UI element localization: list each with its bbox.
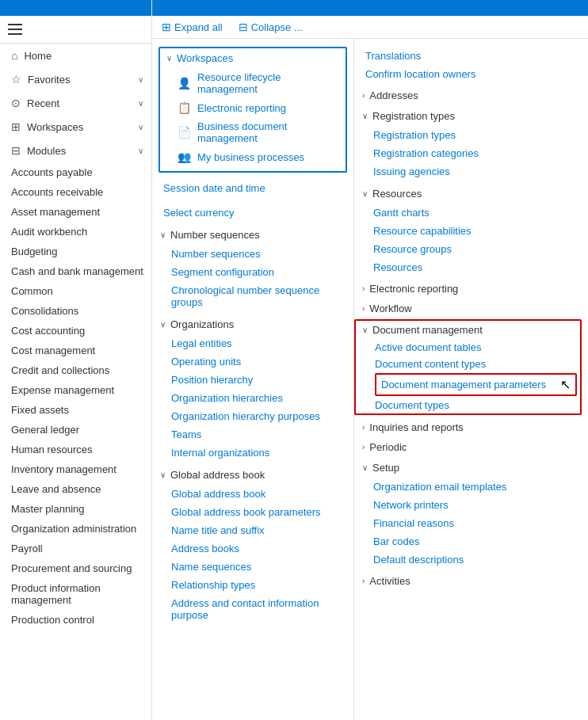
module-cash-bank[interactable]: Cash and bank management: [0, 261, 151, 281]
name-title-suffix-link[interactable]: Name title and suffix: [171, 521, 353, 539]
expand-icon: ⊞: [162, 21, 171, 33]
module-budgeting[interactable]: Budgeting: [0, 242, 151, 261]
teams-link[interactable]: Teams: [171, 425, 353, 444]
workspace-resource-lifecycle[interactable]: 👤 Resource lifecycle management: [173, 68, 346, 98]
module-procurement[interactable]: Procurement and sourcing: [0, 558, 151, 578]
module-cost-management[interactable]: Cost management: [0, 341, 151, 360]
operating-units-link[interactable]: Operating units: [171, 352, 353, 371]
select-currency-link[interactable]: Select currency: [163, 204, 342, 222]
financial-reasons-link[interactable]: Financial reasons: [373, 514, 588, 532]
document-management-header[interactable]: ∨ Document management: [356, 321, 580, 339]
periodic-header[interactable]: › Periodic: [354, 438, 588, 456]
address-books-link[interactable]: Address books: [171, 539, 353, 558]
sidebar-header: [0, 16, 151, 44]
module-payroll[interactable]: Payroll: [0, 539, 151, 558]
addresses-header[interactable]: › Addresses: [354, 86, 588, 105]
sidebar-item-recent[interactable]: ⊙ Recent ∨: [0, 91, 151, 115]
relationship-types-link[interactable]: Relationship types: [171, 576, 353, 594]
sidebar-item-workspaces[interactable]: ⊞ Workspaces ∨: [0, 115, 151, 139]
module-common[interactable]: Common: [0, 281, 151, 301]
reg-categories-link[interactable]: Registration categories: [373, 144, 588, 162]
module-human-resources[interactable]: Human resources: [0, 440, 151, 459]
internal-orgs-link[interactable]: Internal organizations: [171, 444, 353, 462]
segment-config-link[interactable]: Segment configuration: [171, 263, 353, 281]
workspace-electronic-reporting[interactable]: 📋 Electronic reporting: [173, 98, 346, 117]
module-expense-management[interactable]: Expense management: [0, 380, 151, 400]
electronic-reporting-section: › Electronic reporting: [354, 280, 588, 298]
organizations-items: Legal entities Operating units Position …: [152, 334, 353, 462]
module-product-info[interactable]: Product information management: [0, 578, 151, 610]
network-printers-link[interactable]: Network printers: [373, 496, 588, 514]
section-title: Setup: [372, 462, 399, 474]
module-consolidations[interactable]: Consolidations: [0, 301, 151, 321]
module-cost-accounting[interactable]: Cost accounting: [0, 321, 151, 341]
org-hierarchies-link[interactable]: Organization hierarchies: [171, 389, 353, 407]
chevron-down-icon: ∨: [138, 99, 143, 108]
registration-types-header[interactable]: ∨ Registration types: [354, 106, 588, 126]
organizations-header[interactable]: ∨ Organizations: [152, 314, 353, 334]
global-address-book-params-link[interactable]: Global address book parameters: [171, 503, 353, 521]
bar-codes-link[interactable]: Bar codes: [373, 532, 588, 550]
workspaces-items: 👤 Resource lifecycle management 📋 Electr…: [160, 68, 346, 171]
module-accounts-payable[interactable]: Accounts payable: [0, 162, 151, 182]
resource-capabilities-link[interactable]: Resource capabilities: [373, 222, 588, 240]
hamburger-icon[interactable]: [8, 22, 22, 36]
resource-groups-link[interactable]: Resource groups: [373, 240, 588, 258]
number-sequences-link[interactable]: Number sequences: [171, 245, 353, 263]
inquiries-reports-header[interactable]: › Inquiries and reports: [354, 418, 588, 436]
module-accounts-receivable[interactable]: Accounts receivable: [0, 182, 151, 202]
chevron-down-icon: ∨: [160, 470, 166, 479]
module-inventory-management[interactable]: Inventory management: [0, 459, 151, 479]
workspace-my-business[interactable]: 👥 My business processes: [173, 147, 346, 166]
gantt-charts-link[interactable]: Gantt charts: [373, 204, 588, 222]
module-fixed-assets[interactable]: Fixed assets: [0, 400, 151, 420]
global-address-book-header[interactable]: ∨ Global address book: [152, 465, 353, 485]
issuing-agencies-link[interactable]: Issuing agencies: [373, 162, 588, 181]
document-types-link[interactable]: Document types: [375, 397, 580, 413]
module-credit-collections[interactable]: Credit and collections: [0, 360, 151, 380]
global-address-book-link[interactable]: Global address book: [171, 485, 353, 503]
activities-header[interactable]: › Activities: [354, 572, 588, 590]
translations-link[interactable]: Translations: [365, 47, 577, 65]
reg-types-link[interactable]: Registration types: [373, 126, 588, 144]
sidebar-item-modules[interactable]: ⊟ Modules ∨: [0, 139, 151, 162]
session-date-link[interactable]: Session date and time: [163, 179, 342, 197]
module-general-ledger[interactable]: General ledger: [0, 420, 151, 440]
module-master-planning[interactable]: Master planning: [0, 499, 151, 519]
workspace-business-document[interactable]: 📄 Business document management: [173, 117, 346, 147]
chronological-link[interactable]: Chronological number sequence groups: [171, 281, 353, 311]
legal-entities-link[interactable]: Legal entities: [171, 334, 353, 352]
module-asset-management[interactable]: Asset management: [0, 202, 151, 222]
module-leave-absence[interactable]: Leave and absence: [0, 479, 151, 499]
sidebar-item-label: Modules: [27, 145, 138, 157]
sidebar-item-favorites[interactable]: ☆ Favorites ∨: [0, 67, 151, 91]
document-content-types-link[interactable]: Document content types: [375, 356, 580, 372]
workspace-label: Electronic reporting: [197, 102, 286, 114]
person-icon: 👤: [178, 77, 191, 90]
org-hierarchy-purposes-link[interactable]: Organization hierarchy purposes: [171, 407, 353, 425]
sidebar-item-home[interactable]: ⌂ Home: [0, 44, 151, 67]
workspaces-header[interactable]: ∨ Workspaces: [160, 48, 346, 68]
electronic-reporting-header[interactable]: › Electronic reporting: [354, 280, 588, 298]
position-hierarchy-link[interactable]: Position hierarchy: [171, 371, 353, 389]
resources-link[interactable]: Resources: [373, 258, 588, 276]
sidebar-item-label: Home: [24, 50, 143, 62]
workflow-header[interactable]: › Workflow: [354, 299, 588, 318]
setup-header[interactable]: ∨ Setup: [354, 458, 588, 478]
collapse-button[interactable]: ⊟ Collapse ...: [239, 21, 303, 33]
name-sequences-link[interactable]: Name sequences: [171, 558, 353, 576]
module-org-admin[interactable]: Organization administration: [0, 519, 151, 539]
module-production-control[interactable]: Production control: [0, 610, 151, 630]
number-sequences-header[interactable]: ∨ Number sequences: [152, 225, 353, 245]
active-document-tables-link[interactable]: Active document tables: [375, 339, 580, 356]
confirm-location-link[interactable]: Confirm location owners: [365, 65, 577, 83]
default-descriptions-link[interactable]: Default descriptions: [373, 550, 588, 569]
doc-mgmt-params-link[interactable]: Document management parameters: [381, 379, 546, 390]
main-content: ⊞ Expand all ⊟ Collapse ... ∨ Workspaces…: [152, 0, 588, 720]
address-contact-link[interactable]: Address and contact information purpose: [171, 594, 353, 624]
org-email-templates-link[interactable]: Organization email templates: [373, 478, 588, 496]
document-management-section: ∨ Document management Active document ta…: [354, 319, 588, 415]
expand-all-button[interactable]: ⊞ Expand all: [162, 21, 223, 33]
resources-header[interactable]: ∨ Resources: [354, 184, 588, 204]
module-audit-workbench[interactable]: Audit workbench: [0, 222, 151, 242]
